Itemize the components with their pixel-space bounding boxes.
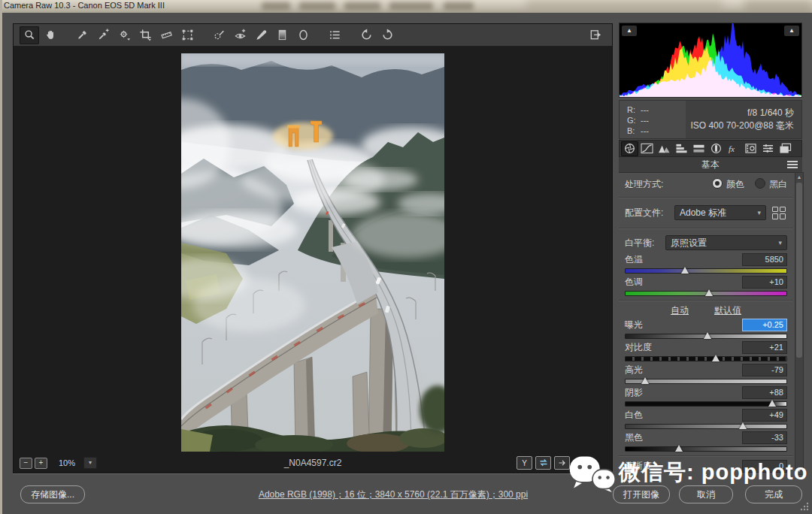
tab-tone-curve[interactable]	[638, 141, 656, 156]
slider-label: 白色	[625, 409, 643, 422]
white-balance-tool-icon[interactable]	[72, 26, 92, 44]
slider-value-input[interactable]: +49	[742, 409, 787, 422]
slider-value-input[interactable]: +88	[742, 386, 787, 399]
slider-thumb[interactable]	[768, 400, 776, 407]
slider-value-input[interactable]: 5850	[742, 253, 787, 266]
tab-presets[interactable]	[759, 141, 777, 156]
transform-tool-icon[interactable]	[177, 26, 197, 44]
slider-label: 对比度	[625, 341, 652, 354]
photo-preview[interactable]	[181, 53, 444, 452]
slider-thumb[interactable]	[681, 267, 689, 274]
auto-link[interactable]: 自动	[671, 304, 689, 317]
spot-removal-tool-icon[interactable]	[209, 26, 229, 44]
rotate-right-button-icon[interactable]	[377, 26, 397, 44]
slider-contrast: 对比度+21	[625, 341, 787, 361]
slider-value-input[interactable]: +0.25	[742, 319, 787, 331]
slider-thumb[interactable]	[705, 289, 713, 296]
fullscreen-toggle-icon[interactable]	[585, 26, 604, 44]
profile-select[interactable]: Adobe 标准▾	[674, 205, 766, 220]
basic-panel-controls: 处理方式: 颜色黑白 配置文件: Adobe 标准▾ 白平衡: 原照设置▾ 色温…	[619, 172, 793, 475]
slider-thumb[interactable]	[675, 445, 683, 452]
profile-browser-icon[interactable]	[772, 207, 787, 219]
treatment-option-selected[interactable]: 颜色	[712, 179, 744, 189]
exif-line1: f/8 1/640 秒	[686, 107, 794, 119]
red-eye-tool-icon[interactable]	[230, 26, 250, 44]
graduated-filter-tool-icon[interactable]	[272, 26, 292, 44]
slider-track[interactable]	[625, 446, 787, 452]
slider-track[interactable]	[625, 379, 787, 384]
treatment-option-unselected[interactable]: 黑白	[755, 179, 787, 189]
slider-whites: 白色+49	[625, 409, 787, 429]
image-canvas[interactable]: − + 10% ▾ _N0A4597.cr2 Y	[14, 47, 612, 473]
shadow-clipping-icon[interactable]: ▲	[622, 26, 637, 36]
preview-mode-button[interactable]: Y	[517, 456, 532, 470]
workflow-options-link[interactable]: Adobe RGB (1998)；16 位；3840 x 5760 (22.1 …	[228, 488, 559, 501]
radio-icon[interactable]	[755, 178, 765, 189]
slider-value-input[interactable]: -79	[742, 364, 787, 376]
camera-info: R:--- G:--- B:--- f/8 1/640 秒 ISO 400 70…	[619, 100, 802, 139]
default-link[interactable]: 默认值	[714, 304, 741, 317]
slider-thumb[interactable]	[739, 422, 747, 429]
scrollbar-thumb[interactable]	[796, 183, 802, 358]
white-balance-label: 白平衡:	[625, 237, 665, 249]
watermark-text: 微信号: popphoto	[619, 458, 807, 488]
slider-thumb[interactable]	[712, 355, 720, 361]
tab-effects[interactable]: fx	[725, 141, 742, 156]
panel-menu-icon[interactable]	[787, 161, 798, 168]
slider-value-input[interactable]: +21	[742, 341, 787, 354]
adjustments-panel: ▲ ▲ R:--- G:--- B:--- f/8 1/640 秒 ISO 40…	[619, 23, 804, 475]
tab-snapshots[interactable]	[777, 141, 794, 156]
slider-temperature: 色温5850	[625, 253, 787, 274]
slider-thumb[interactable]	[641, 377, 649, 384]
auto-default-links: 自动 默认值	[625, 304, 787, 317]
hand-tool-icon[interactable]	[41, 26, 60, 44]
slider-highlights: 高光-79	[625, 364, 787, 384]
crop-tool-icon[interactable]	[135, 26, 155, 44]
profile-row: 配置文件: Adobe 标准▾	[625, 201, 787, 224]
resize-grip-icon[interactable]	[798, 500, 810, 512]
slider-exposure: 曝光+0.25	[625, 319, 787, 339]
slider-track[interactable]	[625, 424, 787, 429]
slider-label: 色调	[625, 276, 643, 289]
tab-split-toning[interactable]	[690, 141, 707, 156]
panel-scrollbar[interactable]: ▲ ▼	[795, 172, 804, 475]
slider-track[interactable]	[625, 291, 787, 296]
slider-value-input[interactable]: -33	[742, 431, 787, 444]
white-balance-select[interactable]: 原照设置▾	[665, 235, 787, 250]
save-image-button[interactable]: 存储图像...	[20, 485, 85, 503]
slider-value-input[interactable]: +10	[742, 276, 787, 289]
radio-icon[interactable]	[712, 178, 723, 189]
preferences-button-icon[interactable]	[325, 26, 344, 44]
slider-label: 色温	[625, 253, 643, 266]
before-after-swap-button[interactable]	[535, 456, 551, 470]
slider-track[interactable]	[625, 401, 787, 407]
targeted-adjustment-tool-icon[interactable]	[114, 26, 134, 44]
wechat-logo-icon	[568, 452, 617, 493]
tab-basic[interactable]	[621, 141, 638, 156]
zoom-tool-icon[interactable]	[20, 26, 39, 44]
scroll-up-icon[interactable]: ▲	[795, 173, 803, 181]
titlebar: Camera Raw 10.3 - Canon EOS 5D Mark III	[0, 0, 812, 13]
treatment-label: 处理方式:	[625, 178, 663, 191]
highlight-clipping-icon[interactable]: ▲	[784, 26, 799, 36]
slider-thumb[interactable]	[704, 332, 711, 339]
tab-camera-calibration[interactable]	[742, 141, 759, 156]
panel-tab-strip: fx	[619, 140, 802, 157]
tab-detail[interactable]	[656, 141, 673, 156]
canvas-statusbar: − + 10% ▾ _N0A4597.cr2 Y	[14, 453, 612, 473]
tab-lens-corrections[interactable]	[707, 141, 725, 156]
radial-filter-tool-icon[interactable]	[293, 26, 313, 44]
slider-track[interactable]	[625, 268, 787, 274]
panel-title: 基本	[619, 157, 802, 173]
slider-track[interactable]	[625, 334, 787, 339]
chevron-down-icon: ▾	[757, 209, 761, 216]
color-sampler-tool-icon[interactable]	[93, 26, 113, 44]
adjustment-brush-tool-icon[interactable]	[251, 26, 271, 44]
slider-tint: 色调+10	[625, 276, 787, 296]
slider-track[interactable]	[625, 356, 787, 361]
tab-hsl-grayscale[interactable]	[673, 141, 690, 156]
rotate-left-button-icon[interactable]	[356, 26, 376, 44]
slider-label: 阴影	[625, 386, 643, 399]
camera-raw-window: Camera Raw 10.3 - Canon EOS 5D Mark III	[0, 0, 812, 514]
straighten-tool-icon[interactable]	[156, 26, 176, 44]
